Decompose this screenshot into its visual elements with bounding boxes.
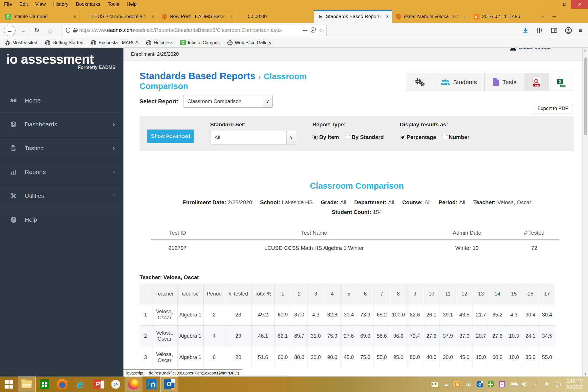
- reload-button[interactable]: ↻: [32, 25, 42, 36]
- display-results-option[interactable]: Percentage: [400, 134, 436, 140]
- tray-onenote-clipper-icon[interactable]: ✂: [499, 381, 506, 388]
- report-type-option[interactable]: By Item: [312, 134, 339, 140]
- tray-orange-app-icon[interactable]: [454, 381, 461, 388]
- taskbar-powerpoint-icon[interactable]: P: [89, 376, 107, 392]
- taskbar-outlook-icon[interactable]: O: [160, 376, 178, 392]
- account-icon[interactable]: [564, 25, 573, 36]
- sidebar-toggle-icon[interactable]: [550, 25, 558, 36]
- browser-tab[interactable]: ioStandards Based Reports×: [314, 10, 392, 23]
- browser-tab[interactable]: New Post - EADMS Basics×: [158, 10, 236, 23]
- bookmark-label: Encuesta - MARCA: [98, 40, 138, 45]
- menu-item-file[interactable]: File: [4, 1, 12, 7]
- folder-icon: [21, 380, 32, 388]
- scrollbar-thumb[interactable]: [584, 57, 587, 135]
- tab-close-icon[interactable]: ×: [541, 14, 545, 20]
- page-actions-icon[interactable]: •••: [302, 28, 308, 33]
- sidebar-item-testing[interactable]: Testing›: [0, 136, 123, 160]
- scroll-down-icon[interactable]: ∨: [584, 371, 587, 376]
- select-report-dropdown[interactable]: Classroom Comparison ∨: [183, 95, 273, 108]
- new-tab-button[interactable]: +: [548, 10, 560, 23]
- radio-unselected-icon: [442, 135, 447, 140]
- tray-battery-icon[interactable]: [510, 381, 517, 388]
- url-bar[interactable]: https://www.eadms.com/eadmsx/Reports/Sta…: [63, 25, 327, 36]
- tab-close-icon[interactable]: ×: [463, 14, 467, 20]
- tab-close-icon[interactable]: ×: [229, 14, 233, 20]
- toolbar-right-icons: ≡: [521, 25, 584, 36]
- shield-favicon-icon: [161, 14, 167, 20]
- taskbar-file-explorer-icon[interactable]: [18, 376, 36, 392]
- sidebar-item-home[interactable]: Home: [0, 88, 123, 112]
- tray-security-shield-icon[interactable]: [488, 381, 494, 388]
- taskbar-clock[interactable]: 2:12 PM 3/2/2020: [566, 378, 586, 390]
- browser-tab[interactable]: CInfinite Campus×: [2, 10, 80, 23]
- minimize-button[interactable]: –: [544, 0, 558, 9]
- taskbar-connect-icon[interactable]: [142, 376, 160, 392]
- sidebar-item-reports[interactable]: Reports›: [0, 160, 123, 184]
- tab-title: New Post - EADMS Basics: [170, 14, 226, 20]
- menu-hamburger-icon[interactable]: ≡: [579, 27, 582, 34]
- tests-button[interactable]: Tests: [485, 73, 524, 91]
- tray-touch-keyboard-icon[interactable]: [432, 381, 438, 388]
- sidebar-item-dashboards[interactable]: Dashboards›: [0, 112, 123, 136]
- permissions-shield-icon[interactable]: [66, 28, 71, 33]
- library-icon[interactable]: [535, 25, 544, 36]
- data-table-cell: 30.4: [522, 304, 539, 325]
- export-excel-button[interactable]: XXLS: [549, 73, 574, 91]
- bookmark-item[interactable]: Most Visited: [5, 40, 37, 46]
- tray-network-icon[interactable]: [555, 381, 562, 388]
- bookmark-item[interactable]: CInfinite Campus: [180, 40, 220, 45]
- menu-item-help[interactable]: Help: [127, 1, 137, 7]
- students-button[interactable]: Students: [433, 73, 485, 91]
- downloads-icon[interactable]: [521, 25, 530, 36]
- tray-bluetooth-icon[interactable]: ᛒ: [532, 381, 539, 388]
- display-results-option[interactable]: Number: [442, 134, 469, 140]
- tab-close-icon[interactable]: ×: [385, 14, 389, 20]
- restore-button[interactable]: [558, 0, 571, 9]
- export-pdf-button[interactable]: PDF: [524, 73, 549, 91]
- menu-item-edit[interactable]: Edit: [19, 1, 28, 7]
- browser-tab[interactable]: ▶2016-02-11_1456×: [470, 10, 548, 23]
- sidebar-item-utilities[interactable]: Utilities›: [0, 184, 123, 208]
- home-button[interactable]: ⌂: [45, 25, 55, 36]
- tray-mail-envelope-icon[interactable]: ✉: [465, 381, 472, 388]
- vertical-scrollbar[interactable]: ∧ ∨: [582, 48, 588, 376]
- bookmark-item[interactable]: Getting Started: [45, 40, 84, 46]
- bookmark-item[interactable]: Helpdesk: [146, 40, 173, 46]
- report-type-option[interactable]: By Standard: [345, 134, 384, 140]
- close-button[interactable]: ✕: [571, 0, 588, 9]
- bookmark-item[interactable]: Web Slice Gallery: [227, 40, 271, 46]
- taskbar-start-icon[interactable]: [0, 376, 18, 392]
- settings-button[interactable]: [406, 73, 433, 91]
- taskbar-windows-store-icon[interactable]: [36, 376, 53, 392]
- forward-button[interactable]: →: [18, 25, 29, 36]
- show-advanced-button[interactable]: Show Advanced: [147, 130, 194, 143]
- sidebar-item-help[interactable]: ?Help: [0, 208, 123, 231]
- data-table-cell: 15.0: [473, 347, 489, 368]
- tracking-shield-icon[interactable]: [310, 27, 316, 33]
- taskbar-firefox-icon[interactable]: [125, 376, 142, 392]
- taskbar-snipping-tool-icon[interactable]: ✂: [107, 376, 125, 392]
- tab-close-icon[interactable]: ×: [151, 14, 155, 20]
- scroll-up-icon[interactable]: ∧: [584, 48, 587, 53]
- browser-tab[interactable]: LEUSD MicroCredentials×: [80, 10, 158, 23]
- browser-tab[interactable]: oscar Manuel velosa - EAD×: [392, 10, 470, 23]
- back-button[interactable]: ←: [4, 25, 16, 36]
- tab-close-icon[interactable]: ×: [73, 14, 77, 20]
- standard-set-dropdown[interactable]: All ∨: [210, 131, 296, 144]
- tray-outlook-small-icon[interactable]: O: [476, 381, 483, 388]
- menu-item-bookmarks[interactable]: Bookmarks: [76, 1, 100, 7]
- bookmark-star-icon[interactable]: ☆: [318, 27, 324, 34]
- menu-item-tools[interactable]: Tools: [108, 1, 119, 7]
- user-chip[interactable]: Oscar Velosa: [510, 48, 551, 51]
- tab-close-icon[interactable]: ×: [307, 14, 311, 20]
- taskbar-internet-explorer-icon[interactable]: e: [71, 376, 89, 392]
- data-table-header: 3: [307, 283, 324, 304]
- tray-onedrive-cloud-icon[interactable]: ☁: [443, 381, 450, 388]
- taskbar-firefox-legacy-icon[interactable]: [53, 376, 71, 392]
- browser-tab[interactable]: ↑↓00:00:00×: [236, 10, 314, 23]
- menu-item-view[interactable]: View: [35, 1, 46, 7]
- menu-item-history[interactable]: History: [53, 1, 68, 7]
- tray-action-flag-icon[interactable]: ⚑: [543, 381, 550, 388]
- tray-volume-icon[interactable]: [521, 381, 528, 388]
- bookmark-item[interactable]: Encuesta - MARCA: [91, 40, 138, 46]
